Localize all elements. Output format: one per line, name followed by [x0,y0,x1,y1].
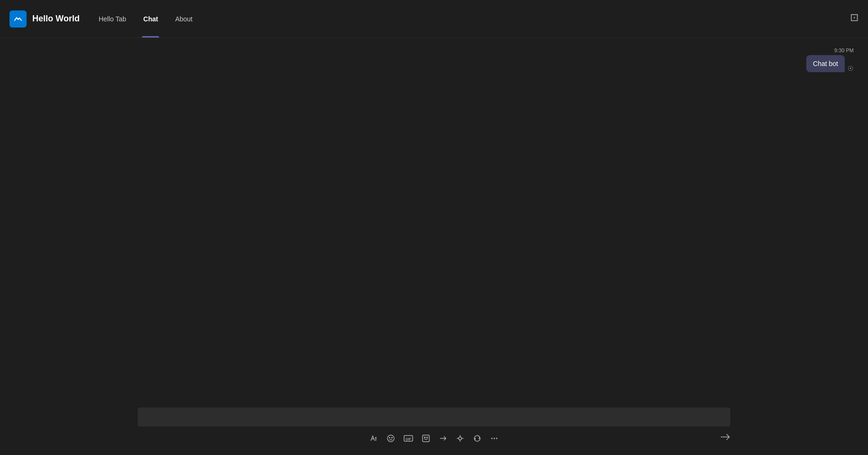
svg-point-3 [392,437,393,438]
svg-point-11 [494,437,495,439]
praise-icon[interactable] [456,434,464,443]
message-container: 9:30 PM Chat bot ☉ [0,38,868,77]
svg-point-9 [459,437,462,440]
svg-text:GIF: GIF [406,437,411,441]
app-title: Hello World [32,14,80,24]
gif-icon[interactable]: GIF [404,434,413,443]
svg-point-7 [425,437,425,438]
app-logo [9,10,27,28]
more-icon[interactable] [490,434,499,443]
window-icon[interactable]: ⊡ [850,11,859,24]
send-file-icon[interactable] [439,434,447,443]
send-button[interactable] [720,432,730,445]
svg-point-12 [496,437,498,439]
svg-rect-6 [423,435,429,442]
nav-tabs: Hello Tab Chat About [91,0,200,38]
format-icon[interactable] [369,434,378,443]
chat-input[interactable] [143,413,725,421]
tab-about[interactable]: About [168,0,200,38]
chat-area: 9:30 PM Chat bot ☉ [0,38,868,408]
svg-point-1 [387,435,394,442]
svg-point-2 [389,437,390,438]
message-bubble: Chat bot [806,55,845,72]
chat-input-wrapper [138,408,730,427]
message-status-icon: ☉ [848,65,854,72]
tab-chat[interactable]: Chat [136,0,166,38]
header: Hello World Hello Tab Chat About ⊡ [0,0,868,38]
toolbar-icons: GIF [0,429,868,447]
emoji-icon[interactable] [387,434,395,443]
message-bubble-row: Chat bot ☉ [806,55,854,72]
sticker-icon[interactable] [422,434,430,443]
loop-icon[interactable] [473,434,481,443]
svg-point-8 [427,437,428,438]
svg-point-10 [491,437,493,439]
tab-hello-tab[interactable]: Hello Tab [91,0,134,38]
message-wrapper: 9:30 PM Chat bot ☉ [806,47,854,72]
chat-bottom: GIF [0,408,868,455]
message-time: 9:30 PM [834,47,854,53]
